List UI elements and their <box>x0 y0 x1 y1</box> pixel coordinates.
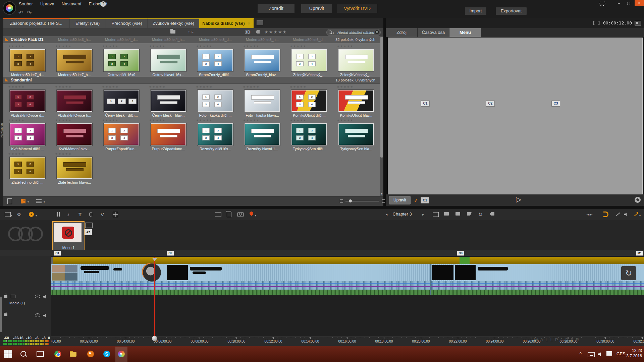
disc-preview-icon[interactable] <box>635 197 641 203</box>
menu-track-bar[interactable] <box>51 257 644 264</box>
edit-menu-button[interactable]: Upravit <box>389 196 411 204</box>
menu-edit-icon[interactable] <box>85 223 93 228</box>
item-thumbnail[interactable] <box>57 123 92 145</box>
item-rating-stars[interactable]: ★★★★★ <box>333 119 380 123</box>
montage-grid-icon[interactable] <box>113 212 118 217</box>
language-indicator[interactable]: CES <box>616 351 626 356</box>
chapter-marker-row[interactable]: C1C2C3M1 <box>0 250 644 256</box>
library-item[interactable]: ★★★★★Rozměry hlavní 1... <box>239 117 286 151</box>
clip-boundary[interactable] <box>430 264 431 295</box>
thumbnail-view-icon[interactable] <box>21 199 25 203</box>
item-rating-stars[interactable]: ★★★★★ <box>4 45 51 49</box>
start-button[interactable] <box>4 350 12 358</box>
item-rating-stars[interactable]: ★★★★★ <box>51 152 98 156</box>
marker-pin-icon[interactable] <box>249 211 254 216</box>
item-rating-stars[interactable]: ★★★★★ <box>98 85 145 89</box>
notification-icon[interactable] <box>606 350 614 358</box>
library-item[interactable]: ★★★★★ZlatéTechno hlavn... <box>51 151 98 184</box>
folder-icon[interactable] <box>170 30 175 34</box>
audio-scrub-icon[interactable] <box>624 213 628 216</box>
eye-icon[interactable] <box>35 313 40 317</box>
item-rating-stars[interactable]: ★★★★★ <box>98 45 145 49</box>
item-rating-stars[interactable]: ★★★★★ <box>286 85 333 89</box>
item-rating-stars[interactable]: ★★★★★ <box>239 119 286 123</box>
trash-icon[interactable] <box>227 212 231 217</box>
panel-layout-dropdown-icon[interactable]: ▾ <box>11 214 12 217</box>
loop-icon[interactable]: ↻ <box>478 212 483 218</box>
playhead-top-handle[interactable] <box>152 258 157 261</box>
preview-chapter-chip-c3[interactable]: C3 <box>551 101 560 107</box>
flag-marker-icon[interactable] <box>444 212 449 216</box>
title-editor-icon[interactable]: T <box>78 212 82 217</box>
clear-search-icon[interactable]: ✕ <box>375 30 379 34</box>
razor-icon[interactable] <box>616 213 620 216</box>
item-thumbnail[interactable] <box>338 123 374 145</box>
close-tab-icon[interactable]: ✕ <box>248 21 251 25</box>
tray-chevron-icon[interactable]: ^ <box>580 351 588 359</box>
library-item[interactable]: ★★★★★Moderna50.let7_h... <box>51 43 98 77</box>
panel-layout-icon[interactable] <box>5 212 11 217</box>
library-item[interactable]: ★★★★★1234PurpurZápadSlun... <box>98 117 145 151</box>
item-rating-stars[interactable]: ★★★★★ <box>192 85 239 89</box>
library-scrollbar[interactable]: ▼ <box>380 36 383 196</box>
library-item[interactable]: ★★★★★AbstraktníOvoce h... <box>51 84 98 117</box>
library-item[interactable]: ★★★★★KvětMámení hlav... <box>51 117 98 151</box>
smart-tool-dropdown-icon[interactable]: ▾ <box>639 214 641 217</box>
pinnacle-studio-icon[interactable] <box>117 350 125 358</box>
item-thumbnail[interactable] <box>151 123 186 145</box>
library-tab-4[interactable]: Zvukové efekty: (vše) <box>148 18 199 28</box>
timeline-marker-c3[interactable]: C3 <box>457 251 464 256</box>
library-item[interactable]: ★★★★★StromZmrzlý_hlav... <box>239 43 286 77</box>
frame-icon[interactable] <box>433 212 439 217</box>
zoom-in-icon[interactable] <box>382 199 385 203</box>
library-item[interactable]: ★★★★★PurpurZápadslunc... <box>145 117 192 151</box>
pan-line[interactable] <box>51 286 644 287</box>
checkbox-icon[interactable]: ✓ <box>414 197 418 203</box>
library-tab-1[interactable]: Zásobník projektu: The S... <box>3 18 69 28</box>
item-thumbnail[interactable]: 1234 <box>198 49 233 71</box>
smart-tool-icon[interactable] <box>634 213 638 216</box>
library-item[interactable]: ★★★★★1234Moderna50.let7_d... <box>4 43 51 77</box>
playhead-scrubber[interactable] <box>152 336 157 341</box>
trim-mode-icon[interactable]: ⇥⇤ <box>586 213 592 217</box>
item-thumbnail[interactable]: 1234 <box>198 90 233 112</box>
loop-indicator-icon[interactable]: ↻ <box>621 266 636 280</box>
item-thumbnail[interactable]: 1234 <box>10 157 45 179</box>
library-item[interactable]: ★★★★★Foto - kapka hlavn... <box>239 84 286 117</box>
skype-icon[interactable]: S <box>103 350 111 358</box>
flag-edit-icon[interactable] <box>455 212 460 216</box>
library-item[interactable]: ★★★★★1234Ostrov dílčí 16x9 <box>98 43 145 77</box>
group-expand-icon[interactable] <box>5 78 8 81</box>
close-button[interactable]: ✕ <box>635 0 644 6</box>
item-thumbnail[interactable]: 1234 <box>291 123 327 145</box>
zoom-out-icon[interactable] <box>340 199 343 203</box>
item-rating-stars[interactable]: ★★★★★ <box>4 85 51 89</box>
taskbar-search-icon[interactable] <box>19 350 28 358</box>
eye-icon[interactable] <box>35 295 40 298</box>
library-item[interactable]: ★★★★★1234ZlatéTechno dílčí ... <box>4 151 51 184</box>
library-item[interactable]: ★★★★★1234KvětMámení dílčí ... <box>4 117 51 151</box>
audio-mixer-icon[interactable] <box>56 212 60 217</box>
scrollbar-thumb[interactable] <box>380 37 383 158</box>
network-icon[interactable] <box>588 350 596 358</box>
item-thumbnail[interactable] <box>245 90 280 112</box>
filmstrip-icon[interactable] <box>215 212 221 217</box>
library-tab-3[interactable]: Přechody: (vše) <box>106 18 148 28</box>
item-rating-stars[interactable]: ★★★★★ <box>4 152 51 156</box>
preview-chapter-chip-c1[interactable]: C1 <box>421 101 430 107</box>
item-rating-stars[interactable]: ★★★★★ <box>286 45 333 49</box>
info-dropdown-icon[interactable]: ▾ <box>36 214 37 217</box>
menubar-item-2[interactable]: Úprava <box>40 1 54 6</box>
mode-button-zoradit[interactable]: Zoradit <box>258 4 294 13</box>
marker-dropdown-icon[interactable]: ▾ <box>255 214 256 217</box>
file-explorer-icon[interactable] <box>70 350 78 358</box>
maximize-button[interactable]: ▢ <box>624 0 633 6</box>
chapter-select-chip[interactable]: C1 <box>421 197 429 203</box>
list-view-icon[interactable] <box>36 199 42 203</box>
item-thumbnail[interactable] <box>57 49 92 71</box>
chapter-prev-icon[interactable]: ◄ <box>385 213 388 216</box>
item-rating-stars[interactable]: ★★★★★ <box>145 45 192 49</box>
microphone-icon[interactable] <box>89 212 92 217</box>
item-rating-stars[interactable]: ★★★★★ <box>192 45 239 49</box>
library-item[interactable]: ★★★★★1234TyrkysovýSen dílč... <box>286 117 333 151</box>
